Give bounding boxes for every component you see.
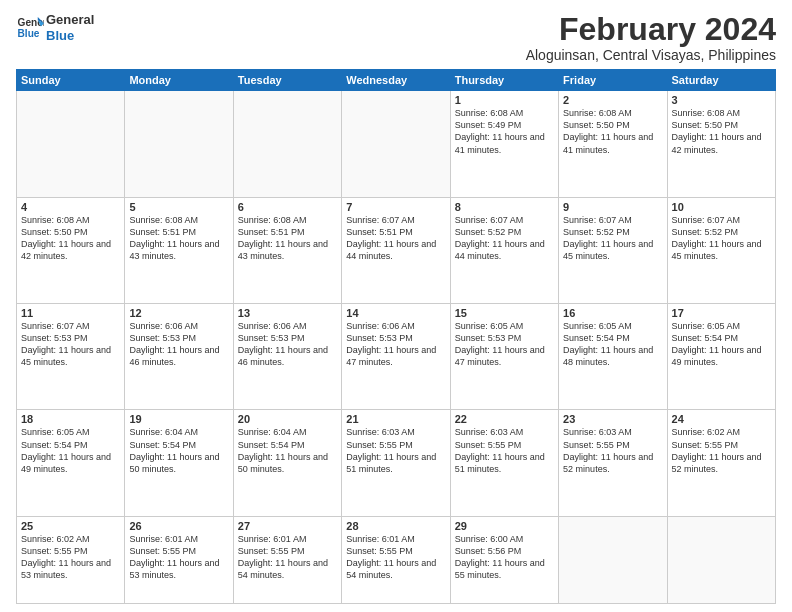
logo: General Blue General Blue — [16, 12, 94, 43]
calendar-cell: 15Sunrise: 6:05 AM Sunset: 5:53 PM Dayli… — [450, 304, 558, 410]
page: General Blue General Blue February 2024 … — [0, 0, 792, 612]
day-number: 6 — [238, 201, 337, 213]
calendar-cell: 3Sunrise: 6:08 AM Sunset: 5:50 PM Daylig… — [667, 91, 775, 197]
calendar-cell: 10Sunrise: 6:07 AM Sunset: 5:52 PM Dayli… — [667, 197, 775, 303]
header-tuesday: Tuesday — [233, 70, 341, 91]
day-info: Sunrise: 6:00 AM Sunset: 5:56 PM Dayligh… — [455, 533, 554, 582]
header-friday: Friday — [559, 70, 667, 91]
calendar-cell: 12Sunrise: 6:06 AM Sunset: 5:53 PM Dayli… — [125, 304, 233, 410]
header-thursday: Thursday — [450, 70, 558, 91]
calendar-cell: 22Sunrise: 6:03 AM Sunset: 5:55 PM Dayli… — [450, 410, 558, 516]
day-number: 16 — [563, 307, 662, 319]
day-number: 17 — [672, 307, 771, 319]
day-number: 5 — [129, 201, 228, 213]
day-number: 20 — [238, 413, 337, 425]
day-info: Sunrise: 6:05 AM Sunset: 5:54 PM Dayligh… — [672, 320, 771, 369]
calendar-cell: 24Sunrise: 6:02 AM Sunset: 5:55 PM Dayli… — [667, 410, 775, 516]
day-info: Sunrise: 6:04 AM Sunset: 5:54 PM Dayligh… — [238, 426, 337, 475]
day-info: Sunrise: 6:01 AM Sunset: 5:55 PM Dayligh… — [346, 533, 445, 582]
calendar-cell — [17, 91, 125, 197]
calendar-cell: 6Sunrise: 6:08 AM Sunset: 5:51 PM Daylig… — [233, 197, 341, 303]
day-info: Sunrise: 6:06 AM Sunset: 5:53 PM Dayligh… — [346, 320, 445, 369]
logo-icon: General Blue — [16, 14, 44, 42]
day-number: 19 — [129, 413, 228, 425]
week-row-5: 25Sunrise: 6:02 AM Sunset: 5:55 PM Dayli… — [17, 516, 776, 603]
calendar-cell: 20Sunrise: 6:04 AM Sunset: 5:54 PM Dayli… — [233, 410, 341, 516]
day-info: Sunrise: 6:06 AM Sunset: 5:53 PM Dayligh… — [238, 320, 337, 369]
day-info: Sunrise: 6:08 AM Sunset: 5:50 PM Dayligh… — [672, 107, 771, 156]
week-row-1: 1Sunrise: 6:08 AM Sunset: 5:49 PM Daylig… — [17, 91, 776, 197]
day-info: Sunrise: 6:01 AM Sunset: 5:55 PM Dayligh… — [129, 533, 228, 582]
day-number: 26 — [129, 520, 228, 532]
calendar-cell: 27Sunrise: 6:01 AM Sunset: 5:55 PM Dayli… — [233, 516, 341, 603]
calendar-cell: 25Sunrise: 6:02 AM Sunset: 5:55 PM Dayli… — [17, 516, 125, 603]
day-number: 1 — [455, 94, 554, 106]
calendar-header-row: SundayMondayTuesdayWednesdayThursdayFrid… — [17, 70, 776, 91]
day-number: 27 — [238, 520, 337, 532]
calendar-cell — [342, 91, 450, 197]
calendar-cell: 21Sunrise: 6:03 AM Sunset: 5:55 PM Dayli… — [342, 410, 450, 516]
day-info: Sunrise: 6:07 AM Sunset: 5:52 PM Dayligh… — [455, 214, 554, 263]
day-number: 4 — [21, 201, 120, 213]
day-number: 2 — [563, 94, 662, 106]
subtitle: Aloguinsan, Central Visayas, Philippines — [526, 47, 776, 63]
day-info: Sunrise: 6:07 AM Sunset: 5:51 PM Dayligh… — [346, 214, 445, 263]
calendar-cell: 1Sunrise: 6:08 AM Sunset: 5:49 PM Daylig… — [450, 91, 558, 197]
day-number: 10 — [672, 201, 771, 213]
day-number: 28 — [346, 520, 445, 532]
day-info: Sunrise: 6:07 AM Sunset: 5:52 PM Dayligh… — [672, 214, 771, 263]
calendar-cell: 8Sunrise: 6:07 AM Sunset: 5:52 PM Daylig… — [450, 197, 558, 303]
header-row: General Blue General Blue February 2024 … — [16, 12, 776, 63]
day-info: Sunrise: 6:03 AM Sunset: 5:55 PM Dayligh… — [563, 426, 662, 475]
week-row-3: 11Sunrise: 6:07 AM Sunset: 5:53 PM Dayli… — [17, 304, 776, 410]
day-info: Sunrise: 6:01 AM Sunset: 5:55 PM Dayligh… — [238, 533, 337, 582]
calendar-cell: 14Sunrise: 6:06 AM Sunset: 5:53 PM Dayli… — [342, 304, 450, 410]
svg-text:Blue: Blue — [18, 27, 40, 38]
calendar-cell: 19Sunrise: 6:04 AM Sunset: 5:54 PM Dayli… — [125, 410, 233, 516]
calendar-cell: 23Sunrise: 6:03 AM Sunset: 5:55 PM Dayli… — [559, 410, 667, 516]
calendar-cell — [667, 516, 775, 603]
day-number: 14 — [346, 307, 445, 319]
day-info: Sunrise: 6:05 AM Sunset: 5:54 PM Dayligh… — [21, 426, 120, 475]
day-number: 25 — [21, 520, 120, 532]
day-number: 3 — [672, 94, 771, 106]
calendar-cell: 9Sunrise: 6:07 AM Sunset: 5:52 PM Daylig… — [559, 197, 667, 303]
main-title: February 2024 — [526, 12, 776, 47]
day-info: Sunrise: 6:05 AM Sunset: 5:54 PM Dayligh… — [563, 320, 662, 369]
calendar-cell: 28Sunrise: 6:01 AM Sunset: 5:55 PM Dayli… — [342, 516, 450, 603]
day-number: 29 — [455, 520, 554, 532]
day-number: 18 — [21, 413, 120, 425]
day-number: 21 — [346, 413, 445, 425]
calendar: SundayMondayTuesdayWednesdayThursdayFrid… — [16, 69, 776, 604]
day-info: Sunrise: 6:07 AM Sunset: 5:52 PM Dayligh… — [563, 214, 662, 263]
day-info: Sunrise: 6:06 AM Sunset: 5:53 PM Dayligh… — [129, 320, 228, 369]
week-row-4: 18Sunrise: 6:05 AM Sunset: 5:54 PM Dayli… — [17, 410, 776, 516]
logo-general: General — [46, 12, 94, 28]
day-number: 13 — [238, 307, 337, 319]
day-number: 9 — [563, 201, 662, 213]
calendar-cell: 29Sunrise: 6:00 AM Sunset: 5:56 PM Dayli… — [450, 516, 558, 603]
day-number: 23 — [563, 413, 662, 425]
calendar-cell: 7Sunrise: 6:07 AM Sunset: 5:51 PM Daylig… — [342, 197, 450, 303]
week-row-2: 4Sunrise: 6:08 AM Sunset: 5:50 PM Daylig… — [17, 197, 776, 303]
day-info: Sunrise: 6:08 AM Sunset: 5:51 PM Dayligh… — [129, 214, 228, 263]
day-info: Sunrise: 6:08 AM Sunset: 5:49 PM Dayligh… — [455, 107, 554, 156]
calendar-cell: 18Sunrise: 6:05 AM Sunset: 5:54 PM Dayli… — [17, 410, 125, 516]
calendar-cell: 2Sunrise: 6:08 AM Sunset: 5:50 PM Daylig… — [559, 91, 667, 197]
header-saturday: Saturday — [667, 70, 775, 91]
calendar-cell: 11Sunrise: 6:07 AM Sunset: 5:53 PM Dayli… — [17, 304, 125, 410]
day-info: Sunrise: 6:08 AM Sunset: 5:51 PM Dayligh… — [238, 214, 337, 263]
logo-blue: Blue — [46, 28, 94, 44]
calendar-cell — [125, 91, 233, 197]
day-info: Sunrise: 6:04 AM Sunset: 5:54 PM Dayligh… — [129, 426, 228, 475]
day-info: Sunrise: 6:03 AM Sunset: 5:55 PM Dayligh… — [346, 426, 445, 475]
calendar-cell: 4Sunrise: 6:08 AM Sunset: 5:50 PM Daylig… — [17, 197, 125, 303]
calendar-cell — [233, 91, 341, 197]
calendar-cell: 13Sunrise: 6:06 AM Sunset: 5:53 PM Dayli… — [233, 304, 341, 410]
day-number: 12 — [129, 307, 228, 319]
calendar-cell: 5Sunrise: 6:08 AM Sunset: 5:51 PM Daylig… — [125, 197, 233, 303]
header-monday: Monday — [125, 70, 233, 91]
day-info: Sunrise: 6:02 AM Sunset: 5:55 PM Dayligh… — [672, 426, 771, 475]
day-number: 8 — [455, 201, 554, 213]
calendar-cell: 26Sunrise: 6:01 AM Sunset: 5:55 PM Dayli… — [125, 516, 233, 603]
